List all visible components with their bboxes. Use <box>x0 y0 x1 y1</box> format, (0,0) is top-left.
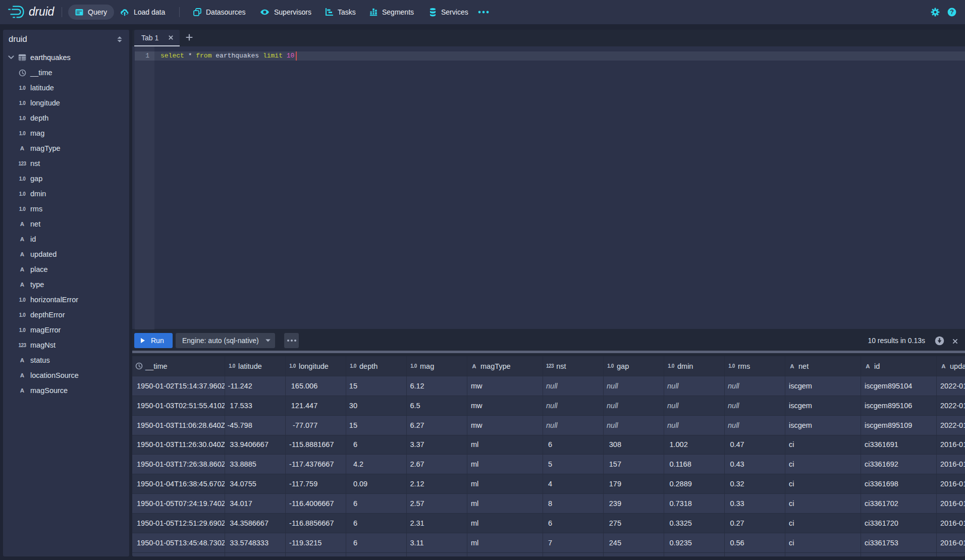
svg-text:?: ? <box>950 9 954 16</box>
